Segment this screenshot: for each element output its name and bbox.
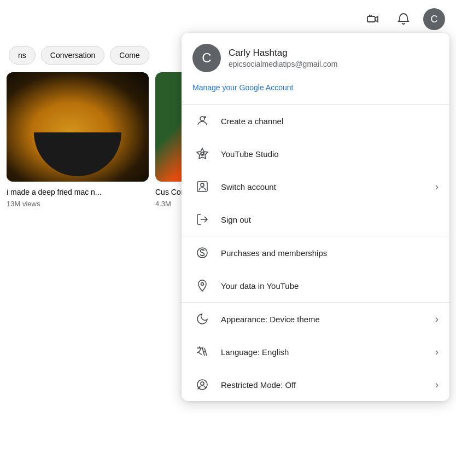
language-label: Language: English xyxy=(221,347,426,357)
manage-google-account-link[interactable]: Manage your Google Account xyxy=(192,80,293,95)
user-info-section: C Carly Hashtag epicsocialmediatips@gmai… xyxy=(182,33,449,104)
svg-marker-6 xyxy=(197,148,208,159)
sign-out-icon xyxy=(192,210,212,229)
video-meta-0: 13M views xyxy=(7,200,149,208)
thumbnail-bowl xyxy=(34,132,121,176)
notifications-button[interactable] xyxy=(393,8,414,30)
switch-account-icon xyxy=(192,177,212,196)
your-data-icon xyxy=(192,276,212,295)
restricted-mode-label: Restricted Mode: Off xyxy=(221,380,426,390)
create-channel-icon xyxy=(192,111,212,131)
video-thumbnail-0 xyxy=(7,72,149,182)
restricted-mode-icon xyxy=(192,375,212,394)
sign-out-label: Sign out xyxy=(221,215,439,224)
youtube-studio-icon xyxy=(192,144,212,164)
svg-point-3 xyxy=(200,117,204,121)
switch-account-chevron: › xyxy=(435,181,439,193)
video-info-0: i made a deep fried mac n... 13M views xyxy=(7,182,149,211)
menu-item-language[interactable]: Language: English › xyxy=(182,335,449,368)
chip-conversation[interactable]: Conversation xyxy=(41,46,105,65)
user-avatar-dropdown: C xyxy=(192,44,221,72)
menu-item-purchases[interactable]: Purchases and memberships xyxy=(182,236,449,269)
user-name: Carly Hashtag xyxy=(229,48,337,59)
user-row: C Carly Hashtag epicsocialmediatips@gmai… xyxy=(192,44,337,72)
your-data-label: Your data in YouTube xyxy=(221,281,439,291)
appearance-icon xyxy=(192,309,212,329)
purchases-icon xyxy=(192,243,212,263)
menu-item-your-data[interactable]: Your data in YouTube xyxy=(182,269,449,302)
svg-rect-0 xyxy=(367,16,375,22)
create-video-button[interactable] xyxy=(362,8,384,30)
appearance-chevron: › xyxy=(435,314,439,325)
user-avatar-header[interactable]: C xyxy=(423,8,445,30)
menu-item-create-channel[interactable]: Create a channel xyxy=(182,105,449,137)
menu-item-youtube-studio[interactable]: YouTube Studio xyxy=(182,137,449,170)
svg-point-9 xyxy=(201,183,204,187)
user-details: Carly Hashtag epicsocialmediatips@gmail.… xyxy=(229,48,337,68)
video-title-0: i made a deep fried mac n... xyxy=(7,187,149,198)
purchases-label: Purchases and memberships xyxy=(221,248,439,258)
chip-ns[interactable]: ns xyxy=(9,46,36,65)
svg-point-14 xyxy=(201,382,204,385)
svg-point-12 xyxy=(201,283,204,286)
youtube-studio-label: YouTube Studio xyxy=(221,149,439,159)
switch-account-label: Switch account xyxy=(221,182,426,191)
user-email: epicsocialmediatips@gmail.com xyxy=(229,60,337,68)
language-icon xyxy=(192,342,212,362)
menu-item-sign-out[interactable]: Sign out xyxy=(182,203,449,236)
menu-item-appearance[interactable]: Appearance: Device theme › xyxy=(182,303,449,335)
chip-come[interactable]: Come xyxy=(110,46,149,65)
restricted-mode-chevron: › xyxy=(435,379,439,391)
menu-item-switch-account[interactable]: Switch account › xyxy=(182,170,449,203)
appearance-label: Appearance: Device theme xyxy=(221,315,426,324)
language-chevron: › xyxy=(435,346,439,358)
create-channel-label: Create a channel xyxy=(221,117,439,126)
video-card-0[interactable]: i made a deep fried mac n... 13M views xyxy=(7,72,149,211)
menu-item-restricted-mode[interactable]: Restricted Mode: Off › xyxy=(182,368,449,401)
user-dropdown-panel: C Carly Hashtag epicsocialmediatips@gmai… xyxy=(182,33,449,401)
